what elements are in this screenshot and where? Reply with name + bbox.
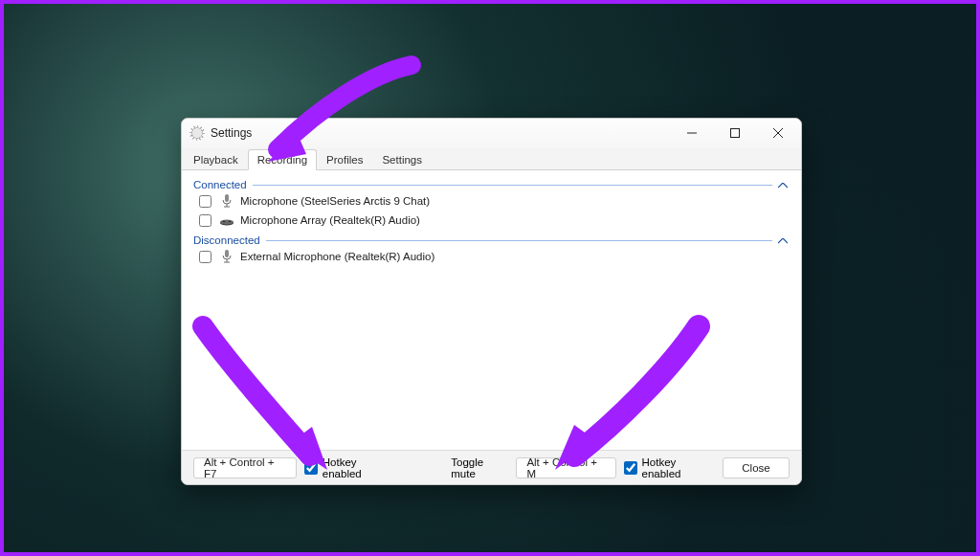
close-icon (773, 128, 783, 138)
tab-label: Recording (257, 154, 307, 166)
maximize-button[interactable] (713, 119, 756, 147)
close-button[interactable]: Close (723, 457, 790, 478)
device-checkbox[interactable] (199, 214, 212, 227)
hotkey2-field[interactable]: Alt + Control + M (516, 457, 616, 478)
group-divider (266, 240, 772, 241)
window-title: Settings (211, 126, 252, 140)
device-name: Microphone Array (Realtek(R) Audio) (240, 214, 420, 226)
minimize-button[interactable] (670, 119, 713, 147)
hotkey1-value: Alt + Control + F7 (204, 456, 286, 479)
tab-label: Playback (193, 154, 238, 166)
desktop-background: Settings Playback Recording Profiles Set… (0, 0, 980, 556)
group-header-connected[interactable]: Connected (193, 178, 790, 191)
tab-playback[interactable]: Playback (184, 149, 248, 169)
device-name: External Microphone (Realtek(R) Audio) (240, 251, 434, 262)
tab-recording[interactable]: Recording (248, 149, 317, 170)
tab-profiles[interactable]: Profiles (317, 149, 372, 169)
microphone-icon (219, 193, 234, 209)
group-label: Disconnected (193, 234, 260, 246)
device-checkbox[interactable] (199, 195, 212, 208)
hotkey1-field[interactable]: Alt + Control + F7 (193, 457, 297, 478)
hotkey1-enabled-wrap[interactable]: Hotkey enabled (304, 456, 395, 479)
chevron-up-icon (778, 180, 790, 190)
minimize-icon (687, 128, 697, 138)
hotkey2-enabled-wrap[interactable]: Hotkey enabled (624, 456, 715, 479)
hotkey1-enabled-checkbox[interactable] (304, 461, 317, 475)
bottom-toolbar: Alt + Control + F7 Hotkey enabled Toggle… (182, 450, 801, 484)
svg-point-8 (220, 220, 234, 225)
svg-rect-1 (730, 129, 739, 138)
maximize-icon (730, 128, 740, 138)
window-titlebar: Settings (182, 119, 801, 147)
svg-rect-4 (225, 194, 229, 202)
svg-point-10 (229, 221, 232, 222)
device-row[interactable]: External Microphone (Realtek(R) Audio) (193, 247, 790, 266)
svg-point-9 (223, 221, 226, 222)
recording-panel: Connected Microphone (SteelSeries Arctis… (182, 170, 801, 450)
window-controls (670, 119, 799, 147)
tab-label: Settings (382, 154, 422, 166)
group-header-disconnected[interactable]: Disconnected (193, 234, 790, 247)
hotkey2-enabled-checkbox[interactable] (624, 461, 636, 475)
microphone-array-icon (219, 212, 234, 228)
svg-rect-11 (225, 250, 229, 257)
group-divider (253, 185, 772, 186)
hotkey2-value: Alt + Control + M (526, 456, 606, 479)
device-name: Microphone (SteelSeries Arctis 9 Chat) (240, 195, 430, 207)
chevron-up-icon (778, 235, 790, 246)
toggle-mute-label: Toggle mute (451, 456, 508, 479)
group-label: Connected (193, 179, 247, 190)
tab-label: Profiles (326, 154, 363, 166)
close-button-label: Close (742, 462, 769, 474)
close-window-button[interactable] (756, 119, 799, 147)
device-row[interactable]: Microphone (SteelSeries Arctis 9 Chat) (193, 191, 790, 211)
microphone-icon (219, 249, 234, 264)
settings-window: Settings Playback Recording Profiles Set… (181, 118, 802, 485)
hotkey1-enabled-label: Hotkey enabled (323, 456, 395, 479)
hotkey2-enabled-label: Hotkey enabled (642, 456, 715, 479)
device-checkbox[interactable] (199, 251, 212, 263)
tab-settings[interactable]: Settings (372, 149, 432, 169)
tab-strip: Playback Recording Profiles Settings (182, 147, 801, 170)
gear-icon (189, 125, 205, 141)
device-row[interactable]: Microphone Array (Realtek(R) Audio) (193, 211, 790, 230)
